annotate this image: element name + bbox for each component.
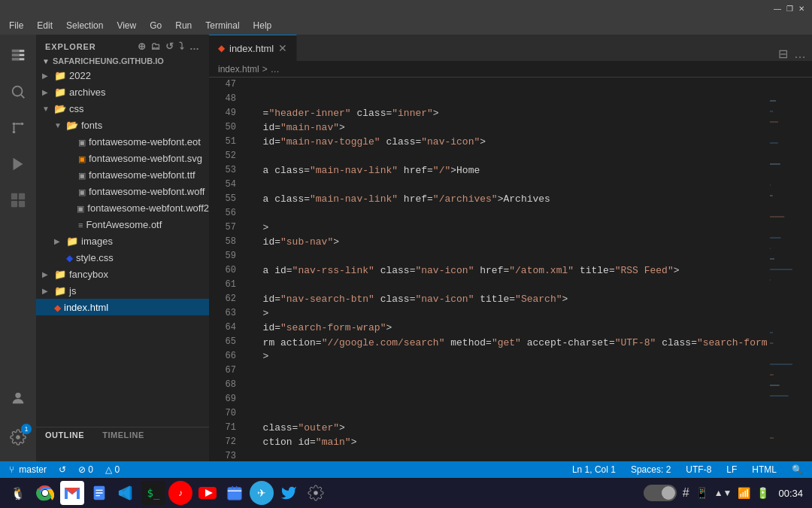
menu-selection[interactable]: Selection	[60, 19, 109, 32]
code-line-72[interactable]: ction id="main">	[251, 435, 767, 449]
menu-help[interactable]: Help	[247, 19, 278, 32]
code-line-69[interactable]	[251, 392, 767, 406]
collapse-icon[interactable]: ⤵	[179, 41, 185, 52]
language-mode[interactable]: HTML	[749, 464, 780, 475]
timeline-tab[interactable]: TIMELINE	[93, 427, 153, 443]
search-icon[interactable]: 🔍	[789, 464, 806, 475]
code-line-59[interactable]	[251, 249, 767, 263]
breadcrumb-file[interactable]: index.html	[218, 64, 259, 75]
outline-tab[interactable]: OUTLINE	[36, 427, 93, 443]
activity-search-icon[interactable]	[0, 74, 36, 110]
vscode-icon[interactable]	[114, 481, 138, 505]
code-line-47[interactable]	[251, 78, 767, 92]
code-line-57[interactable]: >	[251, 221, 767, 235]
encoding[interactable]: UTF-8	[683, 464, 714, 475]
code-line-61[interactable]	[251, 278, 767, 292]
errors-indicator[interactable]: ⊘ 0	[75, 464, 96, 475]
code-line-49[interactable]: ="header-inner" class="inner">	[251, 106, 767, 120]
code-line-53[interactable]: a class="main-nav-link" href="/">Home	[251, 163, 767, 178]
linux-logo-icon[interactable]: 🐧	[6, 481, 30, 505]
tab-index-html[interactable]: ◆ index.html ✕	[209, 35, 297, 61]
tree-item-js[interactable]: ▶📁js	[36, 282, 209, 299]
code-line-63[interactable]: >	[251, 306, 767, 321]
code-line-66[interactable]: >	[251, 349, 767, 364]
breadcrumb-location[interactable]: …	[271, 64, 280, 75]
project-header[interactable]: ▼ SAFARICHEUNG.GITHUB.IO	[36, 55, 209, 67]
activity-explorer-icon[interactable]	[0, 38, 36, 74]
code-line-60[interactable]: a id="nav-rss-link" class="nav-icon" hre…	[251, 263, 767, 278]
code-line-51[interactable]: id="main-nav-toggle" class="nav-icon">	[251, 135, 767, 149]
code-line-56[interactable]	[251, 206, 767, 221]
activity-debug-icon[interactable]	[0, 146, 36, 182]
theme-toggle[interactable]	[644, 485, 677, 501]
maximize-button[interactable]: ❐	[785, 4, 794, 13]
new-folder-icon[interactable]: 🗂	[150, 41, 161, 52]
refresh-icon[interactable]: ↺	[165, 41, 174, 52]
cursor-position[interactable]: Ln 1, Col 1	[569, 464, 619, 475]
tree-item-archives[interactable]: ▶📁archives	[36, 84, 209, 100]
code-line-50[interactable]: id="main-nav">	[251, 120, 767, 135]
eol[interactable]: LF	[723, 464, 740, 475]
menu-file[interactable]: File	[3, 19, 29, 32]
tree-item-fa-woff[interactable]: ▣fontawesome-webfont.woff	[36, 183, 209, 199]
menu-go[interactable]: Go	[144, 19, 168, 32]
tree-item-fa-otf[interactable]: ≡FontAwesome.otf	[36, 216, 209, 233]
code-line-71[interactable]: class="outer">	[251, 421, 767, 435]
close-button[interactable]: ✕	[797, 4, 806, 13]
tree-item-style-css[interactable]: ◆style.css	[36, 249, 209, 266]
gmail-icon[interactable]	[60, 481, 84, 505]
more-actions-icon[interactable]: …	[794, 47, 806, 61]
hashtag-icon[interactable]: #	[683, 486, 689, 500]
tree-item-fancybox[interactable]: ▶📁fancybox	[36, 266, 209, 282]
split-editor-icon[interactable]: ⊟	[778, 47, 788, 61]
indentation[interactable]: Spaces: 2	[628, 464, 674, 475]
calendar-icon[interactable]	[223, 481, 247, 505]
activity-git-icon[interactable]	[0, 110, 36, 146]
tree-item-fa-ttf[interactable]: ▣fontawesome-webfont.ttf	[36, 166, 209, 183]
menu-terminal[interactable]: Terminal	[199, 19, 245, 32]
warnings-indicator[interactable]: △ 0	[102, 464, 123, 475]
menu-view[interactable]: View	[111, 19, 142, 32]
minimize-button[interactable]: —	[773, 4, 782, 13]
code-line-64[interactable]: id="search-form-wrap">	[251, 321, 767, 335]
code-line-65[interactable]: rm action="//google.com/search" method="…	[251, 335, 767, 349]
menu-run[interactable]: Run	[169, 19, 198, 32]
tree-item-fa-eot[interactable]: ▣fontawesome-webfont.eot	[36, 133, 209, 150]
tree-item-fonts[interactable]: ▼📂fonts	[36, 117, 209, 133]
terminal-icon[interactable]: $_	[141, 481, 165, 505]
code-line-52[interactable]	[251, 149, 767, 163]
twitter-icon[interactable]	[277, 481, 301, 505]
code-line-62[interactable]: id="nav-search-btn" class="nav-icon" tit…	[251, 292, 767, 306]
activity-extensions-icon[interactable]	[0, 182, 36, 218]
tree-item-css[interactable]: ▼📂css	[36, 100, 209, 117]
code-line-68[interactable]	[251, 378, 767, 392]
sync-icon[interactable]: ↺	[56, 464, 69, 475]
code-line-67[interactable]	[251, 364, 767, 378]
telegram-icon[interactable]: ✈	[250, 481, 274, 505]
youtube-music-icon[interactable]: ♪	[168, 481, 192, 505]
activity-settings-icon[interactable]: 1	[0, 419, 36, 455]
new-file-icon[interactable]: ⊕	[138, 41, 147, 52]
tree-item-images[interactable]: ▶📁images	[36, 233, 209, 249]
tree-item-fa-woff2[interactable]: ▣fontawesome-webfont.woff2	[36, 199, 209, 216]
code-line-55[interactable]: a class="main-nav-link" href="/archives"…	[251, 192, 767, 206]
docs-icon[interactable]	[87, 481, 111, 505]
code-line-70[interactable]	[251, 406, 767, 421]
activity-account-icon[interactable]	[0, 380, 36, 416]
code-content[interactable]: ="header-inner" class="inner"> id="main-…	[245, 78, 767, 461]
youtube-icon[interactable]	[195, 481, 220, 505]
code-line-48[interactable]	[251, 92, 767, 106]
more-icon[interactable]: …	[189, 41, 200, 52]
git-branch[interactable]: ⑂ master	[6, 464, 50, 475]
code-line-73[interactable]	[251, 449, 767, 461]
code-line-58[interactable]: id="sub-nav">	[251, 235, 767, 249]
chrome-icon[interactable]	[33, 481, 57, 505]
phone-icon[interactable]: 📱	[695, 487, 708, 499]
tree-item-index-html[interactable]: ◆index.html	[36, 299, 209, 315]
taskbar-settings-icon[interactable]	[304, 481, 328, 505]
code-line-54[interactable]	[251, 178, 767, 192]
tree-item-fa-svg[interactable]: ▣fontawesome-webfont.svg	[36, 150, 209, 166]
tree-item-2022[interactable]: ▶📁2022	[36, 67, 209, 84]
menu-edit[interactable]: Edit	[31, 19, 59, 32]
tab-close-button[interactable]: ✕	[278, 42, 287, 54]
